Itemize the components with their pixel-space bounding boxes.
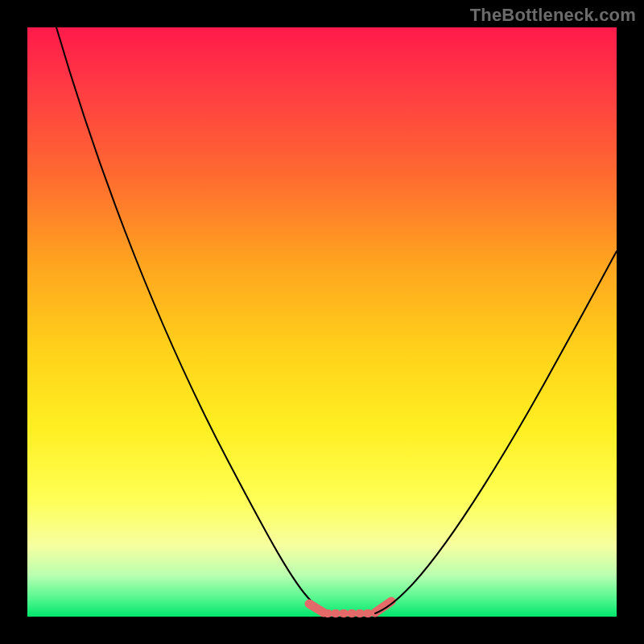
left-branch-curve bbox=[56, 27, 327, 613]
watermark-text: TheBottleneck.com bbox=[470, 5, 636, 26]
chart-frame: TheBottleneck.com bbox=[0, 0, 644, 644]
curve-svg bbox=[27, 27, 617, 617]
flat-min-end-right bbox=[375, 601, 391, 613]
right-branch-curve bbox=[375, 251, 617, 613]
plot-area bbox=[27, 27, 617, 617]
flat-min-end-left bbox=[309, 604, 324, 613]
